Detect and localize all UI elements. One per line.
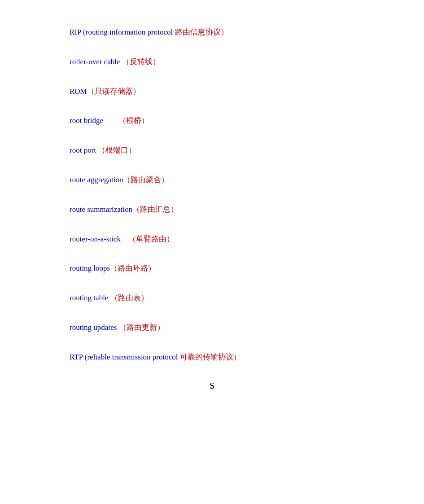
entry-route-aggregation: route aggregation（路由聚合） — [70, 175, 424, 185]
entry-router-on-a-stick: router-on-a-stick （单臂路由） — [70, 234, 424, 245]
entry-rip-en: RIP — [70, 28, 81, 36]
entry-root-port-en: root port — [70, 146, 96, 154]
entry-routing-table-zh: （路由表） — [110, 294, 149, 302]
entry-rom: ROM（只读存储器） — [70, 86, 424, 97]
entry-rip: RIP (routing information protocol 路由信息协议… — [70, 27, 424, 38]
entry-root-port-zh: （根端口） — [98, 146, 136, 154]
entry-routing-loops: routing loops（路由环路） — [70, 263, 424, 274]
entry-root-bridge-sep — [103, 116, 118, 125]
entry-routing-updates-en: routing updates — [70, 323, 117, 332]
entry-route-sum-zh: （路由汇总） — [132, 205, 178, 214]
entry-router-stick-sep — [121, 235, 128, 243]
entry-root-port: root port （根端口） — [70, 145, 424, 156]
entry-root-bridge: root bridge （根桥） — [70, 115, 424, 126]
entry-rtp: RTP (reliable transmission protocol 可靠的传… — [70, 352, 424, 363]
entry-routing-updates: routing updates （路由更新） — [70, 322, 424, 333]
entry-roller-zh: （反转线） — [122, 57, 160, 66]
entry-routing-table-en: routing table — [70, 294, 108, 302]
entry-route-summarization: route summarization（路由汇总） — [70, 204, 424, 215]
entry-routing-loops-en: routing loops — [70, 264, 110, 272]
entry-routing-table: routing table （路由表） — [70, 293, 424, 303]
entry-routing-updates-zh: （路由更新） — [119, 323, 165, 332]
entry-routing-loops-zh: （路由环路） — [110, 264, 156, 272]
entry-route-agg-zh: （路由聚合） — [123, 175, 169, 184]
entry-rtp-en2: (reliable transmission protocol — [85, 353, 178, 361]
entry-roller-en: roller-over cable — [70, 57, 120, 66]
entry-route-sum-en: route summarization — [70, 205, 132, 214]
entry-rtp-en: RTP — [70, 353, 83, 361]
entry-root-bridge-en: root bridge — [70, 116, 103, 125]
entry-route-agg-en: route aggregation — [70, 175, 123, 184]
entry-rtp-zh: 可靠的传输协议） — [180, 353, 241, 361]
entry-router-stick-zh: （单臂路由） — [128, 235, 174, 243]
entry-rip-zh: 路由信息协议） — [175, 28, 228, 36]
entry-root-bridge-zh: （根桥） — [118, 116, 149, 125]
entry-rom-zh: （只读存储器） — [87, 87, 140, 96]
entry-roller-over-cable: roller-over cable （反转线） — [70, 57, 424, 67]
entry-router-stick-en: router-on-a-stick — [70, 235, 121, 243]
section-header-s: S — [70, 381, 424, 391]
entry-rip-en2: (routing information protocol — [83, 28, 173, 36]
entry-rom-en: ROM — [70, 87, 87, 96]
